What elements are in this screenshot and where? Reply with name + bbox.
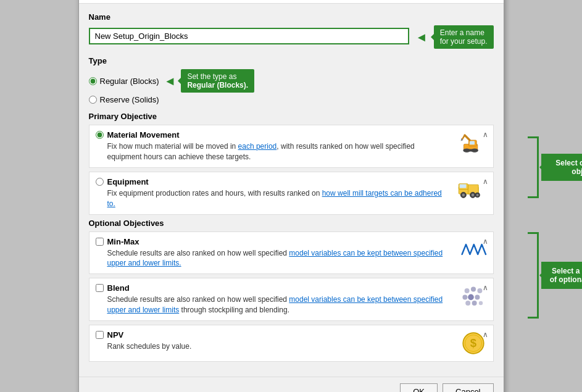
material-movement-title: Material Movement (107, 130, 415, 140)
blend-content: Blend Schedule results are also ranked o… (107, 283, 443, 315)
highlight-each-period: each period (238, 142, 277, 151)
npv-title: NPV (107, 330, 192, 340)
svg-line-8 (465, 135, 470, 140)
npv-checkbox[interactable] (96, 331, 104, 339)
min-max-left: Min-Max Schedule results are also ranked… (96, 237, 449, 269)
blend-item: Blend Schedule results are also ranked o… (89, 278, 494, 321)
svg-point-21 (464, 288, 469, 293)
svg-rect-13 (459, 184, 466, 188)
dialog-content: Name ◄ Enter a namefor your setup. Type (79, 4, 504, 376)
name-callout: Enter a namefor your setup. (434, 25, 494, 49)
primary-annotation-box: Select one primaryobjective. (541, 154, 583, 181)
name-input[interactable] (89, 28, 409, 44)
npv-item: NPV Rank schedules by value. (89, 325, 494, 362)
equipment-left: Equipment Fix equipment production rates… (96, 177, 444, 209)
primary-objectives-label: Primary Objective (89, 112, 494, 121)
material-movement-chevron: ∧ (483, 130, 488, 139)
npv-left: NPV Rank schedules by value. (96, 330, 449, 352)
svg-point-28 (472, 301, 476, 306)
optional-objectives-section: Optional Objectives Min-Max Schedule res… (89, 219, 494, 362)
blend-desc: Schedule results are also ranked on how … (107, 294, 443, 315)
material-movement-radio[interactable] (96, 131, 104, 139)
dialog-footer: OK Cancel (79, 377, 504, 392)
blend-chevron: ∧ (483, 283, 488, 292)
svg-point-24 (462, 294, 467, 299)
equipment-content: Equipment Fix equipment production rates… (107, 177, 444, 209)
material-movement-content: Material Movement Fix how much material … (107, 130, 415, 162)
equipment-desc: Fix equipment production rates and hours… (107, 188, 444, 209)
equipment-chevron: ∧ (483, 177, 488, 186)
material-movement-left: Material Movement Fix how much material … (96, 130, 446, 162)
cancel-button[interactable]: Cancel (443, 383, 493, 392)
svg-point-25 (468, 294, 474, 301)
svg-point-16 (462, 194, 465, 197)
svg-rect-4 (470, 141, 475, 145)
highlight-mill-targets: how well mill targets can be adhered to. (107, 189, 442, 208)
type-label: Type (89, 56, 494, 65)
optional-bracket (528, 232, 539, 319)
svg-point-26 (475, 294, 480, 299)
outer-wrapper: N New Origin Setup ? ✕ Name ◄ (78, 0, 504, 392)
name-arrow-icon: ◄ (415, 30, 428, 44)
equipment-title: Equipment (107, 177, 444, 186)
ok-button[interactable]: OK (400, 383, 438, 392)
type-regular-text: Regular (Blocks) (100, 77, 159, 86)
min-max-chevron: ∧ (483, 237, 488, 246)
type-callout: Set the type asRegular (Blocks). (181, 69, 254, 93)
npv-content: NPV Rank schedules by value. (107, 330, 192, 352)
svg-line-9 (462, 135, 465, 139)
equipment-radio[interactable] (96, 178, 104, 186)
type-reserve-label[interactable]: Reserve (Solids) (89, 95, 494, 104)
primary-annotation-wrapper: Select one primaryobjective. (528, 136, 583, 198)
min-max-checkbox-label[interactable] (96, 238, 104, 246)
blend-left: Blend Schedule results are also ranked o… (96, 283, 449, 315)
npv-desc: Rank schedules by value. (107, 341, 192, 352)
svg-text:$: $ (470, 336, 476, 349)
dollar-icon: $ (454, 330, 487, 356)
npv-checkbox-label[interactable] (96, 331, 104, 339)
excavator-icon (451, 130, 487, 155)
blend-icon (454, 283, 487, 308)
name-input-wrapper (89, 28, 409, 47)
type-reserve-text: Reserve (Solids) (100, 95, 159, 104)
material-movement-desc: Fix how much material will be moved in e… (107, 141, 415, 162)
objectives-section: Primary Objective Material Movement Fix … (89, 112, 494, 214)
type-regular-label[interactable]: Regular (Blocks) (89, 77, 159, 86)
npv-chevron: ∧ (483, 330, 488, 339)
svg-point-27 (465, 301, 470, 306)
svg-point-18 (471, 194, 474, 197)
equipment-radio-label[interactable] (96, 178, 104, 186)
type-options-row: Regular (Blocks) ◄ Set the type asRegula… (89, 69, 494, 93)
svg-point-29 (478, 301, 482, 305)
primary-bracket (528, 136, 539, 198)
svg-point-22 (471, 287, 476, 292)
wave-icon (454, 237, 487, 262)
min-max-checkbox[interactable] (96, 238, 104, 246)
min-max-item: Min-Max Schedule results are also ranked… (89, 231, 494, 275)
blend-title: Blend (107, 283, 443, 293)
optional-objectives-label: Optional Objectives (89, 219, 494, 228)
highlight-blend: model variables can be kept between spec… (107, 295, 443, 314)
optional-annotation-box: Select a combinationof optional objectiv… (541, 262, 583, 289)
type-regular-radio[interactable] (89, 77, 97, 85)
type-section: Type Regular (Blocks) ◄ Set the type asR… (89, 56, 494, 104)
truck-icon (449, 177, 487, 201)
min-max-content: Min-Max Schedule results are also ranked… (107, 237, 443, 269)
page-wrapper: N New Origin Setup ? ✕ Name ◄ (0, 0, 582, 392)
svg-point-20 (476, 194, 478, 196)
material-movement-radio-label[interactable] (96, 131, 104, 139)
min-max-desc: Schedule results are also ranked on how … (107, 248, 443, 269)
dialog: N New Origin Setup ? ✕ Name ◄ (78, 0, 504, 392)
blend-checkbox-label[interactable] (96, 284, 104, 292)
material-movement-item: Material Movement Fix how much material … (89, 125, 494, 168)
type-options: Regular (Blocks) (89, 77, 159, 86)
equipment-item: Equipment Fix equipment production rates… (89, 172, 494, 215)
blend-checkbox[interactable] (96, 284, 104, 292)
min-max-title: Min-Max (107, 237, 443, 246)
type-reserve-radio[interactable] (89, 96, 97, 104)
svg-point-23 (477, 288, 482, 293)
svg-rect-7 (463, 149, 478, 152)
name-label: Name (89, 12, 494, 22)
name-row: ◄ Enter a namefor your setup. (89, 25, 494, 49)
highlight-min-max: model variables can be kept between spec… (107, 249, 443, 268)
